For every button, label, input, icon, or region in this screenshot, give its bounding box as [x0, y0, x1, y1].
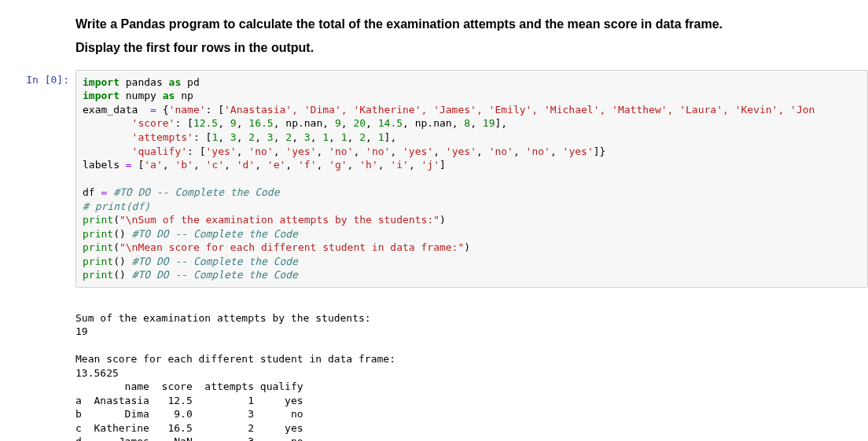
output-sum-label: Sum of the examination attempts by the s… — [75, 312, 371, 324]
table-row: b Dima 9.0 3 no — [75, 408, 303, 420]
keyword-as: as — [163, 90, 175, 101]
input-prompt: In [0]: — [0, 70, 75, 86]
string-mean: "\nMean score for each different student… — [120, 241, 464, 253]
builtin-print: print — [83, 269, 113, 281]
keyword-import: import — [83, 90, 120, 101]
dict-key-score: 'score' — [83, 117, 175, 129]
builtin-print: print — [83, 214, 113, 226]
colon: : [ — [206, 104, 224, 116]
operator-eq: = — [126, 159, 132, 171]
qualify-values: : ['yes', 'no', 'yes', 'no', 'no', 'yes'… — [187, 145, 605, 157]
output-mean-label: Mean score for each different student in… — [75, 353, 395, 365]
dict-key-attempts: 'attempts' — [83, 131, 193, 143]
module-pandas: pandas — [120, 76, 169, 88]
keyword-import: import — [83, 76, 120, 88]
var-exam-data: exam_data — [83, 104, 150, 116]
operator-eq: = — [150, 104, 156, 116]
instruction-line-1: Write a Pandas program to calculate the … — [75, 16, 868, 33]
dict-key-qualify: 'qualify' — [83, 145, 187, 157]
builtin-print: print — [83, 255, 113, 267]
labels-values: ['a', 'b', 'c', 'd', 'e', 'f', 'g', 'h',… — [132, 159, 446, 171]
output-mean-value: 13.5625 — [75, 367, 119, 379]
code-input-area[interactable]: import pandas as pd import numpy as np e… — [75, 70, 868, 288]
comment-todo: #TO DO -- Complete the Code — [126, 228, 298, 240]
builtin-print: print — [83, 241, 113, 253]
code-content[interactable]: import pandas as pd import numpy as np e… — [83, 75, 861, 282]
comment-todo: #TO DO -- Complete the Code — [107, 186, 279, 198]
brace: { — [156, 104, 169, 116]
table-header: name score attempts qualify — [75, 380, 303, 392]
output-area: Sum of the examination attempts by the s… — [0, 291, 868, 441]
alias-pd: pd — [181, 76, 199, 88]
table-row: a Anastasia 12.5 1 yes — [75, 395, 303, 406]
table-row: c Katherine 16.5 2 yes — [75, 422, 303, 434]
comment-todo: #TO DO -- Complete the Code — [126, 255, 298, 267]
dict-key-name: 'name' — [169, 104, 206, 116]
code-cell: In [0]: import pandas as pd import numpy… — [0, 67, 868, 291]
string-sum: "\nSum of the examination attempts by th… — [120, 214, 440, 226]
module-numpy: numpy — [120, 90, 163, 101]
table-row: d James NaN 3 no — [75, 435, 303, 441]
output-text: Sum of the examination attempts by the s… — [75, 297, 868, 441]
score-values: : [12.5, 9, 16.5, np.nan, 9, 20, 14.5, n… — [175, 117, 507, 129]
var-labels: labels — [83, 159, 126, 171]
comment-todo: #TO DO -- Complete the Code — [126, 269, 298, 281]
var-df: df — [83, 186, 101, 198]
alias-np: np — [175, 90, 193, 101]
markdown-cell: Write a Pandas program to calculate the … — [0, 6, 868, 67]
keyword-as: as — [169, 76, 182, 88]
notebook: Write a Pandas program to calculate the … — [0, 0, 868, 441]
output-sum-value: 19 — [75, 325, 88, 337]
builtin-print: print — [83, 228, 113, 240]
instruction-line-2: Display the first four rows in the outpu… — [75, 39, 868, 57]
comment-print: # print(df) — [83, 200, 150, 212]
names-list: 'Anastasia', 'Dima', 'Katherine', 'James… — [224, 104, 815, 116]
attempts-values: : [1, 3, 2, 3, 2, 3, 1, 1, 2, 1], — [193, 131, 396, 143]
